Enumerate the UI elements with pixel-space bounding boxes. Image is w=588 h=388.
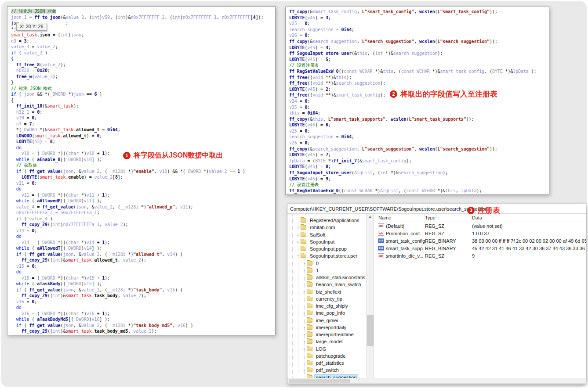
annotation-1-text: 将字段值从JSON数据中取出 [134, 151, 223, 160]
tree-item[interactable]: beacon_main_switch [287, 281, 374, 288]
tree-item[interactable]: currency_tip [287, 295, 374, 302]
code-line: ff_free((void **)&search_suggestion); [289, 80, 549, 86]
tree-item[interactable]: ›LOG [287, 345, 374, 352]
chevron-icon[interactable]: › [301, 332, 307, 337]
code-line: v11 = (_DWORD *)((char *)v11 + 1); [11, 192, 275, 198]
code-line: LOBYTE(v45) = 7; [289, 152, 549, 158]
folder-icon [301, 225, 306, 230]
value-type: REG_SZ [425, 223, 472, 229]
value-data: (value not set) [472, 223, 586, 229]
chevron-icon[interactable]: › [301, 289, 307, 295]
tree-item-label: imereportrealtime [315, 332, 355, 337]
chevron-icon[interactable]: › [295, 225, 301, 230]
tree-item-label: 0 [315, 261, 320, 266]
chevron-icon[interactable]: › [301, 268, 307, 273]
folder-icon [307, 361, 312, 365]
annotation-1: 1 将字段值从JSON数据中取出 [123, 151, 223, 160]
scrollbar-thumb[interactable] [289, 379, 350, 383]
tree-item-label: patchupgrade [315, 353, 347, 359]
registry-value-row[interactable]: Promotion_conf...REG_SZ1.0.0.37 [374, 230, 586, 237]
column-header-type[interactable]: Type [425, 214, 472, 222]
code-line: smart_task.json = (int)json; [11, 32, 275, 38]
folder-icon [307, 282, 312, 287]
horizontal-scrollbar[interactable] [287, 378, 586, 384]
code-line: json_1 = ff_to_json(&value_2, (int)v59, … [11, 14, 275, 21]
tree-item[interactable]: RegisteredApplications [287, 217, 374, 224]
chevron-icon[interactable]: › [295, 239, 301, 244]
tree-item[interactable]: ime_cfg_shiply [287, 302, 374, 309]
tree-item-label: ime_qimei [315, 318, 339, 323]
code-line: free_w(value_3); [11, 74, 275, 80]
tree-item[interactable]: ime_qimei [287, 317, 374, 324]
column-header-name[interactable]: Name [378, 214, 425, 222]
chevron-icon[interactable]: › [301, 367, 307, 373]
tree-item[interactable]: ›imereportdaily [287, 324, 374, 331]
registry-editor-window: Computer\HKEY_CURRENT_USER\SOFTWARE\Sogo… [287, 204, 586, 384]
pseudocode-view[interactable]: // 转化为 JSON 对象json_1 = ff_to_json(&value… [7, 7, 275, 335]
reg-sz-icon [378, 231, 384, 236]
folder-icon [301, 218, 306, 223]
chevron-icon[interactable]: › [295, 253, 301, 259]
code-line: do [11, 186, 275, 192]
tree-item[interactable]: ›imereportrealtime [287, 331, 374, 338]
tree-item[interactable]: search_suggestion [287, 374, 374, 378]
code-line: ff_copy(&search_suggestion, L"search_sug… [289, 146, 549, 152]
tree-item[interactable]: ›SogouInput [287, 238, 374, 245]
tree-item[interactable]: patchupgrade [287, 352, 374, 359]
tree-scrollbar[interactable] [366, 214, 374, 378]
folder-icon [307, 261, 312, 266]
code-line: v15 = 0; [11, 263, 275, 269]
annotation-3: 3 注册表 [467, 205, 500, 216]
folder-icon [307, 339, 312, 344]
code-line: v16 = 0; [11, 299, 275, 305]
tree-item[interactable]: allskin_statusiconstatis [287, 274, 374, 281]
scrollbar-thumb[interactable] [367, 315, 374, 346]
pseudocode-view[interactable]: ff_copy(&smart_task_config, L"smart_task… [286, 7, 549, 194]
reg-sz-icon [378, 253, 384, 258]
code-line: while ( aTaskBodyMd5[(_DWORD)v16] ); [11, 316, 275, 323]
scroll-up-arrow-icon[interactable] [369, 216, 371, 218]
code-line: LOWORD(smart_task.allowed_t) = 0; [11, 133, 275, 139]
folder-icon [301, 233, 306, 237]
tree-item[interactable]: ›SogouInput.store.user [287, 252, 374, 259]
tree-item[interactable]: ›large_model [287, 338, 374, 345]
code-line: ff_SogouInput_store_user(&this, (int *)&… [289, 50, 549, 57]
registry-value-row[interactable]: smartinfo_dic_v...REG_SZ9 [374, 252, 586, 259]
tree-item[interactable]: pdf_statistics [287, 359, 374, 366]
chevron-icon[interactable]: › [301, 310, 307, 316]
code-line: ff_init_10(&smart_task); [11, 103, 275, 109]
registry-value-row[interactable]: (Default)REG_SZ(value not set) [374, 222, 586, 230]
chevron-icon[interactable]: › [301, 261, 307, 266]
registry-value-row[interactable]: smart_task_configREG_BINARY38 03 00 00 f… [374, 237, 586, 244]
tree-item[interactable]: ›SalSoft [287, 231, 374, 238]
code-line: { [11, 97, 275, 104]
code-line: ff_SogouInput_store_user(ArgList, (int *… [289, 170, 549, 176]
code-line: v10 = 0; [11, 115, 275, 121]
tree-item[interactable]: ›ime_pop_info [287, 309, 374, 316]
code-line: do [11, 234, 275, 240]
chevron-icon[interactable]: › [295, 232, 301, 237]
code-line: LOBYTE(n3) = 8; [11, 139, 275, 145]
tree-item[interactable]: ›biz_shellext [287, 288, 374, 295]
folder-icon [301, 254, 306, 258]
registry-value-row[interactable]: smart_task_supp...REG_BINARY45 42 42 31 … [374, 244, 586, 252]
chevron-icon[interactable]: › [301, 346, 307, 352]
folder-icon [307, 304, 312, 308]
tree-item[interactable]: ›1 [287, 267, 374, 274]
tree-item-label: pdf_switch [315, 367, 340, 373]
decompiler-left-panel: // 转化为 JSON 对象json_1 = ff_to_json(&value… [7, 6, 276, 335]
tree-item[interactable]: ›pdf_switch [287, 366, 374, 374]
chevron-icon[interactable]: › [301, 325, 307, 330]
code-line: ff_RegSetValueExW_0((const WCHAR *)&this… [289, 68, 549, 75]
tree-item[interactable]: ›rohitab.com [287, 224, 374, 231]
registry-address-bar[interactable]: Computer\HKEY_CURRENT_USER\SOFTWARE\Sogo… [287, 204, 586, 214]
chevron-icon[interactable]: › [301, 339, 307, 344]
tree-item[interactable]: ›0 [287, 260, 374, 267]
tree-item-label: RegisteredApplications [309, 218, 361, 223]
tree-item[interactable]: SogouInput.ppup [287, 245, 374, 252]
tree-item-label: beacon_main_switch [315, 282, 363, 287]
code-line: v16 = (_DWORD *)((char *)v16 + 1); [11, 311, 275, 317]
code-line: value_4 = ff_get_value(json, &value_2, (… [11, 204, 275, 210]
registry-tree: RegisteredApplications›rohitab.com›SalSo… [287, 214, 374, 378]
code-line: n7 = 7; [11, 121, 275, 127]
